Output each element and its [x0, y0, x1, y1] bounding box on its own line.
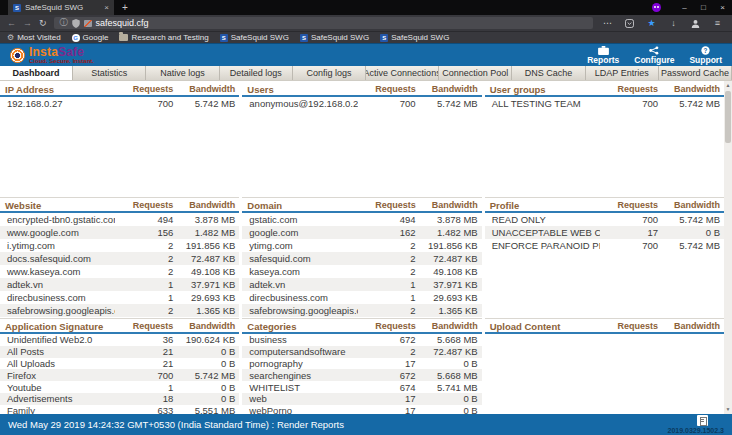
cell-name: adtek.vn: [0, 279, 115, 290]
support-button[interactable]: ? Support: [689, 46, 722, 65]
bookmark-most-visited[interactable]: Most Visited: [7, 33, 61, 42]
column-header-bandwidth[interactable]: Bandwidth: [416, 321, 478, 331]
cell-name: ENFORCE PARANOID PRIVACY LEVEL: [485, 240, 600, 251]
report-document-icon[interactable]: [697, 415, 708, 426]
panel-profile: ProfileRequestsBandwidthREAD ONLY7005.74…: [485, 197, 724, 318]
instasafe-logo: InstaSafe Cloud. Secure. Instant.: [10, 47, 94, 64]
cell-requests: 1: [358, 292, 416, 303]
column-header-requests[interactable]: Requests: [115, 84, 173, 94]
panel-title: Users: [242, 84, 357, 95]
column-header-requests[interactable]: Requests: [358, 200, 416, 210]
column-header-bandwidth[interactable]: Bandwidth: [416, 84, 478, 94]
column-header-requests[interactable]: Requests: [115, 321, 173, 331]
cell-bandwidth: 5.742 MB: [658, 214, 720, 225]
column-header-requests[interactable]: Requests: [115, 200, 173, 210]
column-header-bandwidth[interactable]: Bandwidth: [173, 200, 235, 210]
cell-bandwidth: 0 B: [658, 227, 720, 238]
cell-requests: 2: [358, 253, 416, 264]
cell-bandwidth: 0 B: [416, 405, 478, 414]
cell-bandwidth: 72.487 KB: [416, 253, 478, 264]
bookmark-label: SafeSquid SWG: [311, 33, 369, 42]
scroll-up-icon[interactable]: [724, 81, 732, 90]
panel-title: Profile: [485, 200, 600, 211]
account-icon[interactable]: [688, 19, 703, 28]
bookmark-safesquid-swg[interactable]: SafeSquid SWG: [300, 33, 369, 42]
column-header-requests[interactable]: Requests: [358, 321, 416, 331]
column-header-requests[interactable]: Requests: [600, 84, 658, 94]
bookmark-safesquid-swg[interactable]: SafeSquid SWG: [220, 33, 289, 42]
bookmark-research-and-testing[interactable]: Research and Testing: [119, 33, 208, 42]
profile-avatar-icon[interactable]: [652, 3, 661, 12]
column-header-bandwidth[interactable]: Bandwidth: [658, 200, 720, 210]
column-header-requests[interactable]: Requests: [600, 321, 658, 331]
cell-name: anonymous@192.168.0.27: [242, 98, 357, 109]
pocket-icon[interactable]: [622, 19, 637, 28]
tab-config-logs[interactable]: Config logs: [293, 66, 366, 80]
column-header-bandwidth[interactable]: Bandwidth: [173, 321, 235, 331]
tracking-protection-icon[interactable]: [72, 19, 80, 28]
tab-password-cache[interactable]: Password Cache: [659, 66, 732, 80]
cell-requests: 674: [358, 382, 416, 393]
url-bar[interactable]: safesquid.cfg: [54, 17, 593, 29]
cell-name: ytimg.com: [242, 240, 357, 251]
cell-name: 192.168.0.27: [0, 98, 115, 109]
tab-detailed-logs[interactable]: Detailed logs: [220, 66, 293, 80]
cell-name: kaseya.com: [242, 266, 357, 277]
cell-name: Family: [0, 405, 115, 414]
logo-tagline: Cloud. Secure. Instant.: [29, 58, 94, 64]
tab-ldap-entries[interactable]: LDAP Entries: [586, 66, 659, 80]
menu-icon[interactable]: [710, 19, 725, 28]
tab-connection-pool[interactable]: Connection Pool: [439, 66, 512, 80]
panel-header: WebsiteRequestsBandwidth: [0, 199, 239, 213]
column-header-bandwidth[interactable]: Bandwidth: [416, 200, 478, 210]
blocked-permission-icon[interactable]: [84, 20, 92, 27]
cell-requests: 2: [115, 266, 173, 277]
cell-bandwidth: 49.108 KB: [173, 266, 235, 277]
column-header-bandwidth[interactable]: Bandwidth: [658, 321, 720, 331]
configure-button[interactable]: Configure: [634, 46, 674, 65]
cell-requests: 494: [358, 214, 416, 225]
column-header-bandwidth[interactable]: Bandwidth: [173, 84, 235, 94]
status-right: 2019.0329.1502.3: [668, 415, 724, 434]
bookmark-google[interactable]: Google: [72, 33, 109, 42]
cell-name: Unidentified Web2.0: [0, 334, 115, 345]
cell-bandwidth: 72.487 KB: [173, 253, 235, 264]
reports-icon: [598, 46, 609, 55]
downloads-icon[interactable]: [666, 19, 681, 28]
new-tab-button[interactable]: [114, 0, 136, 15]
tab-active-connections[interactable]: Active Connections: [366, 66, 439, 80]
tab-statistics[interactable]: Statistics: [73, 66, 146, 80]
column-header-requests[interactable]: Requests: [358, 84, 416, 94]
minimize-button[interactable]: [675, 3, 694, 12]
page-info-icon[interactable]: [60, 19, 68, 27]
cell-name: pornography: [242, 358, 357, 369]
panel-application-signature: Application SignatureRequestsBandwidthUn…: [0, 318, 239, 414]
tab-close-icon[interactable]: [104, 3, 109, 12]
tab-dns-cache[interactable]: DNS Cache: [512, 66, 585, 80]
column-header-bandwidth[interactable]: Bandwidth: [658, 84, 720, 94]
scroll-down-icon[interactable]: [724, 405, 732, 414]
reload-icon[interactable]: [39, 18, 47, 28]
column-header-requests[interactable]: Requests: [600, 200, 658, 210]
cell-requests: 18: [115, 393, 173, 404]
tab-native-logs[interactable]: Native logs: [146, 66, 219, 80]
page-actions-icon[interactable]: [600, 19, 615, 28]
bookmark-safesquid-swg[interactable]: SafeSquid SWG: [380, 33, 449, 42]
cell-requests: 700: [115, 98, 173, 109]
tab-dashboard[interactable]: Dashboard: [0, 66, 73, 80]
forward-icon[interactable]: [23, 18, 32, 28]
reports-button[interactable]: Reports: [587, 46, 619, 65]
cell-requests: 17: [358, 393, 416, 404]
maximize-button[interactable]: [694, 3, 713, 12]
window-controls: [652, 0, 732, 15]
close-button[interactable]: [713, 3, 732, 12]
table-row: gstatic.com4943.878 MB: [242, 213, 481, 226]
cell-requests: 672: [358, 370, 416, 381]
cell-name: WHITELIST: [242, 382, 357, 393]
browser-tab[interactable]: SafeSquid SWG: [8, 0, 114, 15]
bookmark-label: Research and Testing: [131, 33, 208, 42]
scrollbar-thumb[interactable]: [725, 91, 731, 143]
back-icon[interactable]: [7, 18, 16, 28]
bookmark-star-icon[interactable]: [644, 19, 659, 28]
vertical-scrollbar[interactable]: [724, 81, 732, 414]
